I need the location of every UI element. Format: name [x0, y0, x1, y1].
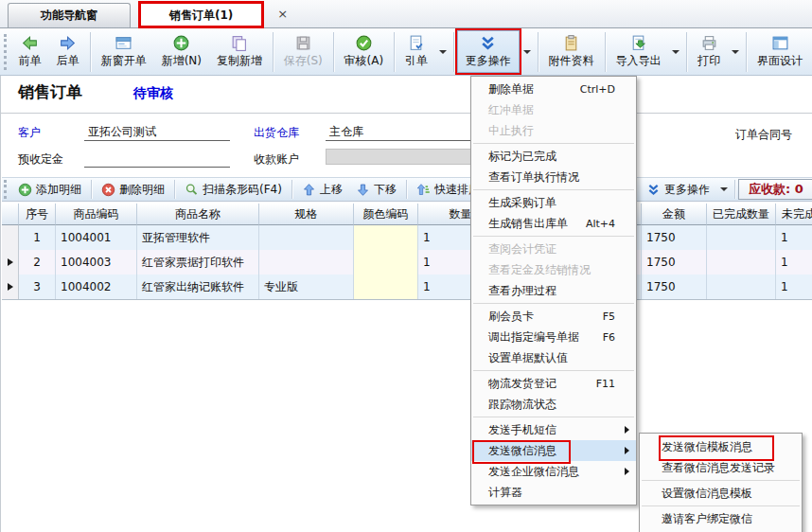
page-title: 销售订单 [18, 81, 82, 103]
table-header-row: 序号 商品编码 商品名称 规格 颜色编码 数量 金额 已完成数量 未完成数量 [2, 204, 812, 225]
menu-item-calculator[interactable]: 计算器 [471, 482, 636, 503]
prev-order-button[interactable]: 前单 [11, 31, 49, 72]
toolbar-separator [90, 32, 91, 72]
move-up-button[interactable]: 上移 [295, 182, 349, 198]
move-down-button[interactable]: 下移 [349, 182, 403, 198]
detail-more-dropdown-icon[interactable] [720, 187, 728, 191]
delete-detail-button[interactable]: 删除明细 [95, 182, 171, 198]
toolbar-separator [686, 32, 687, 72]
menu-separator [642, 505, 800, 506]
menu-item-logistics-register[interactable]: 物流发货登记 F11 [471, 373, 636, 394]
ui-design-button[interactable]: 界面设计 [750, 31, 810, 72]
color-code-cell[interactable] [354, 250, 418, 275]
table-row[interactable]: 2 1004003 红管家票据打印软件 1 1750 1 [2, 250, 812, 275]
color-code-cell[interactable] [354, 225, 418, 250]
menu-item-send-wechat[interactable]: 发送微信消息 [471, 440, 636, 461]
add-new-button[interactable]: 新增(N) [154, 31, 209, 72]
new-window-button[interactable]: 新窗开单 [94, 31, 154, 72]
add-detail-button[interactable]: 添加明细 [11, 182, 88, 198]
more-actions-button[interactable]: 更多操作 [457, 30, 520, 73]
arrow-down-icon [356, 183, 370, 197]
receivable-box: 应收款: 0 [738, 179, 812, 200]
save-button: 保存(S) [276, 31, 330, 72]
menu-item-track-logistics[interactable]: 跟踪物流状态 [471, 394, 636, 415]
toolbar-separator [333, 32, 334, 72]
menu-item-view-deposit-settlement: 查看定金及结销情况 [471, 259, 636, 280]
pull-order-button[interactable]: 引单 [397, 31, 435, 72]
tab-function-nav[interactable]: 功能导航窗 [8, 3, 131, 27]
toolbar-separator [91, 180, 92, 199]
submenu-item-send-template-message[interactable]: 发送微信模板消息 [640, 436, 802, 457]
save-icon [294, 34, 312, 52]
print-button[interactable]: 打印 [690, 31, 728, 72]
header-color[interactable]: 颜色编码 [354, 204, 418, 225]
import-export-button[interactable]: 导入导出 [608, 31, 668, 72]
header-amount[interactable]: 金额 [642, 204, 707, 225]
menu-separator [473, 236, 634, 237]
table-row[interactable]: 3 1004002 红管家出纳记账软件 专业版 1 1750 1 [2, 275, 812, 299]
wechat-submenu: 发送微信模板消息 查看微信消息发送记录 设置微信消息模板 邀请客户绑定微信 [639, 433, 803, 532]
warehouse-field[interactable]: 主仓库 [329, 124, 363, 140]
toolbar-separator [406, 180, 407, 199]
menu-item-send-enterprise-wechat[interactable]: 发送企业微信消息 [471, 461, 636, 482]
header-no[interactable]: 序号 [19, 204, 56, 225]
copy-icon [230, 34, 248, 52]
arrow-left-icon [21, 34, 39, 52]
layout-design-icon [771, 34, 789, 52]
header-undone-qty[interactable]: 未完成数量 [776, 204, 812, 225]
menu-item-abort-execution: 中止执行 [471, 120, 636, 141]
document-check-icon [407, 34, 425, 52]
row-selector[interactable] [2, 275, 19, 299]
submenu-item-invite-customer-bind[interactable]: 邀请客户绑定微信 [640, 508, 802, 529]
menu-item-mark-complete[interactable]: 标记为已完成 [471, 146, 636, 167]
detail-more-actions-button[interactable]: 更多操作 [640, 182, 716, 198]
header-done-qty[interactable]: 已完成数量 [707, 204, 776, 225]
color-code-cell[interactable] [354, 275, 418, 299]
table-row[interactable]: 1 1004001 亚拓管理软件 1 1750 1 [2, 225, 812, 250]
row-selector[interactable] [2, 250, 19, 275]
customer-field[interactable]: 亚拓公司测试 [88, 124, 156, 140]
menu-separator [473, 189, 634, 190]
pull-order-dropdown-icon[interactable] [439, 50, 447, 54]
menu-item-generate-purchase-order[interactable]: 生成采购订单 [471, 192, 636, 213]
copy-new-button[interactable]: 复制新增 [209, 31, 270, 72]
receivable-amount: 应收款: 0 [749, 181, 803, 198]
x-circle-icon [101, 183, 115, 197]
menu-item-delete-order[interactable]: 删除单据 Ctrl+D [471, 79, 636, 99]
toolbar-separator [291, 180, 292, 199]
approve-button[interactable]: 审核(A) [337, 31, 392, 72]
print-dropdown-icon[interactable] [732, 50, 739, 54]
menu-item-swipe-member-card[interactable]: 刷会员卡 F5 [471, 306, 636, 327]
menu-item-view-process[interactable]: 查看办理过程 [471, 280, 636, 301]
submenu-item-set-message-template[interactable]: 设置微信消息模板 [640, 483, 802, 504]
row-selector[interactable] [2, 225, 19, 250]
submenu-item-view-send-records[interactable]: 查看微信消息发送记录 [640, 457, 802, 478]
new-window-icon [115, 34, 132, 52]
menu-item-view-voucher: 查阅会计凭证 [471, 239, 636, 259]
divider [2, 299, 812, 300]
menu-separator [642, 480, 800, 481]
next-order-button[interactable]: 后单 [49, 31, 87, 72]
menu-item-set-defaults[interactable]: 设置单据默认值 [471, 347, 636, 368]
customer-field-underline [84, 140, 230, 141]
detail-toolbar: 添加明细 删除明细 扫描条形码(F4) 上移 下移 快速排序 更多操作 [2, 177, 812, 202]
more-actions-dropdown-icon[interactable] [523, 50, 531, 54]
submenu-arrow-icon [625, 468, 629, 475]
menu-item-send-sms[interactable]: 发送手机短信 [471, 419, 636, 440]
header-code[interactable]: 商品编码 [56, 204, 137, 225]
toolbar-separator [746, 32, 747, 72]
header-name[interactable]: 商品名称 [137, 204, 259, 225]
import-export-icon [629, 34, 647, 52]
import-export-dropdown-icon[interactable] [672, 50, 680, 54]
menu-item-generate-outbound[interactable]: 生成销售出库单 Alt+4 [471, 213, 636, 234]
attachments-button[interactable]: 附件资料 [541, 31, 602, 72]
header-spec[interactable]: 规格 [259, 204, 354, 225]
tab-sales-order[interactable]: 销售订单(1) [138, 1, 264, 28]
menu-item-view-execution[interactable]: 查看订单执行情况 [471, 167, 636, 187]
scan-barcode-button[interactable]: 扫描条形码(F4) [178, 182, 289, 198]
toolbar-separator [273, 32, 274, 72]
deposit-field-underline [84, 167, 230, 168]
main-toolbar: 前单 后单 新窗开单 新增(N) 复制新增 保存(S) 审核(A) 引单 更多操… [0, 28, 812, 76]
menu-item-recall-order-by-no[interactable]: 调出指定编号单据 F6 [471, 327, 636, 347]
tab-close-icon[interactable]: × [268, 7, 297, 27]
